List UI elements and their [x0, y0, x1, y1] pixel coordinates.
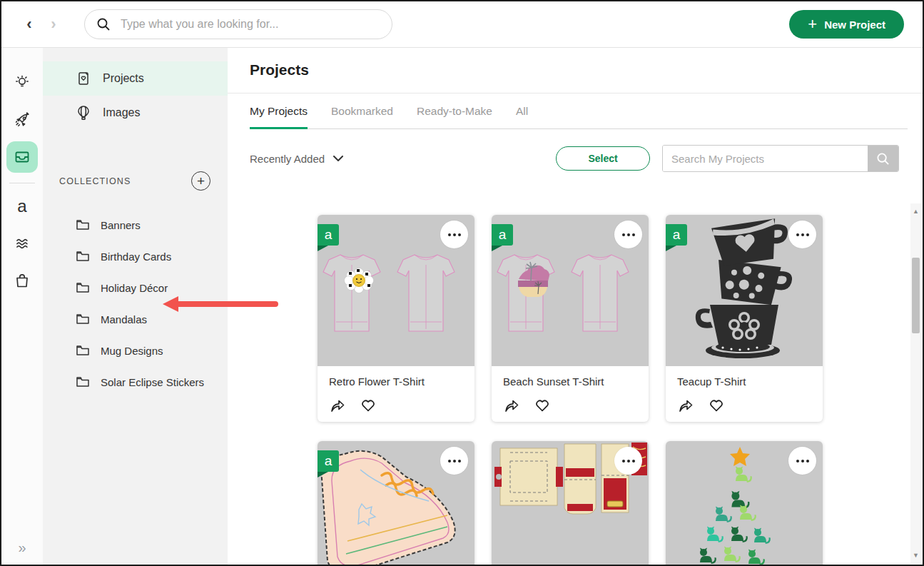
heart-icon[interactable] — [360, 397, 377, 414]
global-search-input[interactable] — [119, 17, 380, 31]
sidebar: Projects Images COLLECTIONS + Banners Bi… — [43, 47, 228, 565]
search-icon — [876, 152, 890, 166]
cricut-access-badge: a — [492, 224, 513, 246]
collections-title: COLLECTIONS — [59, 176, 131, 186]
scrollbar-thumb[interactable] — [912, 258, 920, 333]
folder-icon — [76, 343, 90, 358]
share-icon[interactable] — [329, 397, 346, 414]
forward-icon[interactable]: › — [41, 15, 66, 34]
collections-header: COLLECTIONS + — [59, 171, 210, 191]
top-header: ‹ › + New Project — [1, 1, 923, 48]
shopping-bag-icon — [14, 272, 31, 289]
project-card-cat-christmas-tree[interactable] — [666, 441, 823, 565]
inbox-icon — [14, 148, 31, 166]
tab-bar: My Projects Bookmarked Ready-to-Make All — [250, 105, 908, 129]
rail-item-shop[interactable] — [6, 265, 38, 296]
tab-all[interactable]: All — [516, 105, 528, 129]
collection-item-mug-designs[interactable]: Mug Designs — [43, 335, 228, 366]
icon-rail: a » — [1, 47, 43, 565]
collection-item-solar-eclipse-stickers[interactable]: Solar Eclipse Stickers — [43, 366, 228, 398]
project-thumbnail: a — [666, 215, 823, 366]
waves-icon — [14, 235, 31, 252]
card-menu-icon[interactable] — [440, 221, 468, 248]
rail-item-cricut-home[interactable]: a — [6, 191, 38, 222]
collection-label: Mandalas — [101, 313, 147, 325]
sidebar-item-images[interactable]: Images — [43, 96, 228, 130]
share-icon[interactable] — [503, 397, 520, 414]
collection-item-birthday-cards[interactable]: Birthday Cards — [43, 241, 228, 272]
projects-toolbar: Recently Added Select — [250, 145, 923, 172]
collection-label: Banners — [101, 219, 141, 231]
project-card-box-template[interactable] — [492, 441, 649, 565]
collection-item-banners[interactable]: Banners — [43, 209, 228, 241]
app-window: ‹ › + New Project — [0, 0, 924, 566]
project-title: Retro Flower T-Shirt — [329, 375, 463, 388]
card-menu-icon[interactable] — [788, 447, 816, 475]
back-icon[interactable]: ‹ — [17, 15, 41, 34]
scroll-down-icon[interactable]: ▼ — [910, 550, 921, 560]
rail-item-materials[interactable] — [6, 228, 38, 259]
card-footer: Retro Flower T-Shirt — [318, 366, 474, 414]
project-grid: a — [318, 215, 923, 565]
card-menu-icon[interactable] — [440, 447, 468, 475]
folder-icon — [76, 281, 90, 295]
rail-item-ideas[interactable] — [6, 67, 38, 98]
collection-label: Holiday Décor — [101, 282, 168, 294]
global-search[interactable] — [84, 9, 392, 39]
chevron-down-icon — [333, 156, 343, 162]
project-search-button[interactable] — [868, 146, 898, 171]
share-icon[interactable] — [677, 397, 694, 414]
tab-bookmarked[interactable]: Bookmarked — [331, 105, 393, 129]
projects-card-icon — [76, 71, 91, 86]
collection-list: Banners Birthday Cards Holiday Décor Man… — [43, 209, 228, 398]
card-footer: Beach Sunset T-Shirt — [492, 366, 649, 414]
folder-icon — [76, 249, 90, 263]
collection-item-holiday-decor[interactable]: Holiday Décor — [43, 272, 228, 303]
new-project-button[interactable]: + New Project — [789, 10, 904, 39]
divider — [228, 93, 923, 94]
rail-divider — [9, 183, 35, 183]
card-footer: Teacup T-Shirt — [666, 366, 823, 414]
project-search — [662, 145, 899, 172]
expand-rail-icon[interactable]: » — [1, 540, 43, 556]
card-menu-icon[interactable] — [788, 221, 816, 248]
project-search-input[interactable] — [663, 146, 868, 171]
project-thumbnail — [492, 441, 649, 565]
collection-label: Mug Designs — [101, 345, 163, 357]
plus-icon: + — [808, 16, 817, 32]
card-menu-icon[interactable] — [614, 447, 642, 475]
daisy-design — [345, 268, 374, 293]
collection-label: Solar Eclipse Stickers — [101, 376, 204, 388]
sort-dropdown[interactable]: Recently Added — [250, 153, 343, 165]
lightbulb-icon — [14, 74, 31, 91]
select-button[interactable]: Select — [556, 146, 650, 171]
heart-icon[interactable] — [708, 397, 725, 414]
rail-item-quick-start[interactable] — [6, 104, 38, 136]
heart-icon[interactable] — [534, 397, 551, 414]
tab-ready-to-make[interactable]: Ready-to-Make — [417, 105, 492, 129]
sidebar-item-label: Images — [103, 106, 140, 119]
sidebar-item-projects[interactable]: Projects — [43, 61, 228, 96]
project-thumbnail: a — [318, 215, 474, 366]
cricut-access-badge: a — [666, 224, 687, 246]
folder-icon — [76, 312, 90, 326]
project-card-retro-flower-t-shirt[interactable]: a — [318, 215, 474, 422]
project-title: Beach Sunset T-Shirt — [503, 375, 637, 388]
rocket-icon — [14, 111, 31, 129]
collection-item-mandalas[interactable]: Mandalas — [43, 303, 228, 335]
card-menu-icon[interactable] — [614, 221, 642, 248]
add-collection-button[interactable]: + — [191, 171, 210, 191]
project-card-roller-skate[interactable]: a — [318, 441, 474, 565]
cricut-access-badge: a — [318, 224, 339, 246]
project-thumbnail — [666, 441, 823, 565]
project-card-beach-sunset-t-shirt[interactable]: a — [492, 215, 649, 422]
folder-icon — [76, 218, 90, 232]
project-card-teacup-t-shirt[interactable]: a — [666, 215, 823, 422]
tab-my-projects[interactable]: My Projects — [250, 105, 308, 129]
vertical-scrollbar[interactable]: ▲ ▼ — [910, 203, 921, 563]
rail-item-projects-inbox[interactable] — [6, 141, 38, 173]
scroll-up-icon[interactable]: ▲ — [910, 206, 921, 216]
project-thumbnail: a — [492, 215, 649, 366]
hot-air-balloon-icon — [76, 105, 91, 121]
page-title: Projects — [250, 47, 923, 79]
